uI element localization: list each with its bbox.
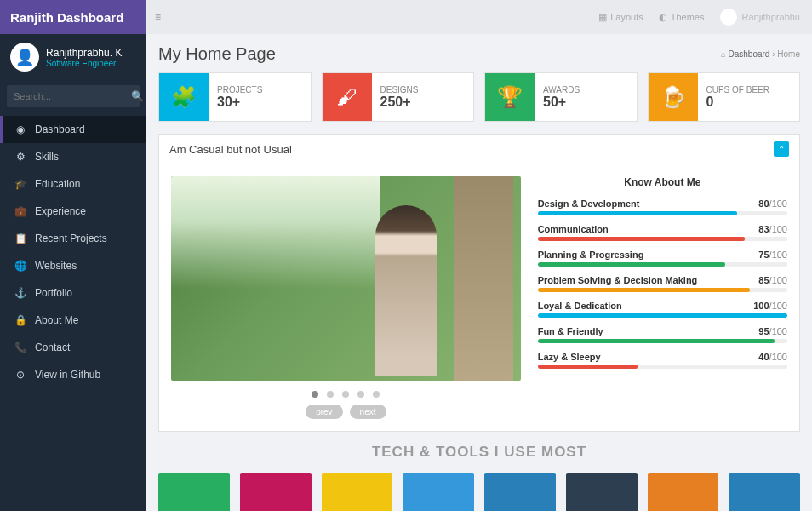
nav-label: Portfolio (35, 287, 72, 299)
nav-item-skills[interactable]: ⚙Skills (0, 143, 146, 170)
nav-label: View in Github (35, 369, 100, 381)
stat-label: AWARDS (543, 85, 580, 95)
skill-row: Planning & Progressing75/100 (538, 250, 787, 267)
skill-value: 100/100 (753, 301, 787, 311)
dot[interactable] (357, 391, 364, 398)
dot[interactable] (312, 391, 318, 398)
search-icon[interactable]: 🔍 (131, 90, 144, 102)
stat-icon: 🍺 (649, 73, 698, 121)
skill-value: 85/100 (758, 275, 787, 285)
about-panel: Am Casual but not Usual ⌃ prev next (158, 134, 800, 432)
user-role[interactable]: Software Engineer (46, 59, 122, 68)
crumb-root[interactable]: Dashboard (729, 49, 770, 59)
dot[interactable] (342, 391, 349, 398)
topbar-avatar (720, 9, 737, 26)
skill-value: 95/100 (758, 326, 787, 336)
nav-item-portfolio[interactable]: ⚓Portfolio (0, 279, 146, 307)
hero-image (171, 176, 521, 381)
nav-icon: ⊙ (14, 369, 26, 381)
stat-value: 50+ (543, 95, 580, 110)
nav-label: Websites (35, 260, 77, 272)
user-name: Ranjithprabhu. K (46, 47, 122, 59)
tech-tile[interactable] (484, 473, 556, 511)
nav-icon: 📋 (14, 233, 26, 244)
collapse-button[interactable]: ⌃ (774, 141, 789, 157)
stat-value: 0 (706, 95, 769, 110)
skill-name: Fun & Friendly (538, 326, 603, 336)
skill-value: 80/100 (758, 198, 787, 209)
sidebar: Ranjith Dashboard 👤 Ranjithprabhu. K Sof… (0, 0, 146, 511)
nav-item-education[interactable]: 🎓Education (0, 170, 146, 198)
tech-tile[interactable] (158, 473, 230, 511)
nav-item-experience[interactable]: 💼Experience (0, 198, 146, 225)
stat-value: 250+ (380, 95, 419, 110)
tech-title: TECH & TOOLS I USE MOST (158, 444, 800, 461)
themes-link[interactable]: ◐ Themes (659, 12, 705, 23)
tech-tile[interactable] (403, 473, 474, 511)
skill-row: Communication83/100 (538, 224, 787, 241)
nav-item-recent-projects[interactable]: 📋Recent Projects (0, 225, 146, 252)
tech-tile[interactable] (648, 473, 719, 511)
nav-item-dashboard[interactable]: ◉Dashboard (0, 116, 146, 143)
user-box: 👤 Ranjithprabhu. K Software Engineer (0, 34, 146, 80)
page-title: My Home Page (158, 44, 276, 64)
skill-name: Loyal & Dedication (538, 301, 622, 311)
nav-icon: 🌐 (14, 260, 26, 272)
brand-title: Ranjith Dashboard (0, 0, 146, 34)
nav-icon: 💼 (14, 205, 26, 217)
nav-label: Dashboard (35, 123, 85, 135)
skill-name: Design & Development (538, 198, 640, 209)
skill-value: 83/100 (758, 224, 787, 234)
stat-label: DESIGNS (380, 85, 419, 95)
dot[interactable] (373, 391, 380, 398)
nav-item-websites[interactable]: 🌐Websites (0, 252, 146, 279)
nav-item-view-in-github[interactable]: ⊙View in Github (0, 361, 146, 388)
search-input[interactable] (14, 91, 131, 101)
carousel-dots (171, 391, 521, 398)
home-icon[interactable]: ⌂ (721, 49, 726, 59)
nav-item-about-me[interactable]: 🔒About Me (0, 307, 146, 334)
about-title: Know About Me (538, 176, 787, 188)
about-section: Know About Me Design & Development80/100… (538, 176, 787, 419)
stat-card[interactable]: 🍺CUPS OF BEER0 (648, 72, 801, 122)
menu-icon[interactable]: ≡ (155, 11, 161, 23)
layouts-link[interactable]: ▦ Layouts (598, 12, 643, 23)
skill-row: Fun & Friendly95/100 (538, 326, 787, 343)
skill-row: Problem Solving & Decision Making85/100 (538, 275, 787, 292)
tech-tile[interactable] (566, 473, 638, 511)
stat-card[interactable]: 🧩PROJECTS30+ (158, 72, 312, 122)
nav-icon: ⚙ (14, 151, 26, 163)
tech-tile[interactable] (240, 473, 312, 511)
nav-icon: ◉ (14, 123, 26, 135)
skill-name: Problem Solving & Decision Making (538, 275, 698, 285)
nav-label: Education (35, 178, 80, 190)
next-button[interactable]: next (350, 405, 386, 419)
carousel: prev next (171, 176, 521, 419)
breadcrumb: ⌂ Dashboard › Home (721, 49, 800, 59)
nav-icon: ⚓ (14, 287, 26, 299)
nav-icon: 🔒 (14, 314, 26, 326)
tech-tile[interactable] (729, 473, 800, 511)
nav-icon: 🎓 (14, 178, 26, 190)
tech-tile[interactable] (322, 473, 393, 511)
nav-label: Recent Projects (35, 233, 107, 244)
nav-label: Skills (35, 151, 59, 163)
avatar[interactable]: 👤 (10, 43, 39, 72)
stat-icon: 🏆 (485, 73, 535, 121)
skill-name: Communication (538, 224, 609, 234)
nav-item-contact[interactable]: 📞Contact (0, 334, 146, 361)
search-box[interactable]: 🔍 (7, 85, 140, 107)
stat-card[interactable]: 🏆AWARDS50+ (484, 72, 638, 122)
panel-title: Am Casual but not Usual (169, 143, 292, 156)
topbar-user[interactable]: Ranjithprabhu (720, 9, 801, 26)
nav-label: About Me (35, 314, 78, 326)
skill-name: Lazy & Sleepy (538, 352, 601, 362)
prev-button[interactable]: prev (306, 405, 342, 419)
nav-label: Experience (35, 205, 86, 217)
skill-row: Loyal & Dedication100/100 (538, 301, 787, 318)
nav-label: Contact (35, 342, 70, 353)
topbar: ≡ ▦ Layouts ◐ Themes Ranjithprabhu (146, 0, 812, 34)
stat-icon: 🖌 (323, 73, 372, 121)
stat-card[interactable]: 🖌DESIGNS250+ (322, 72, 475, 122)
dot[interactable] (327, 391, 334, 398)
